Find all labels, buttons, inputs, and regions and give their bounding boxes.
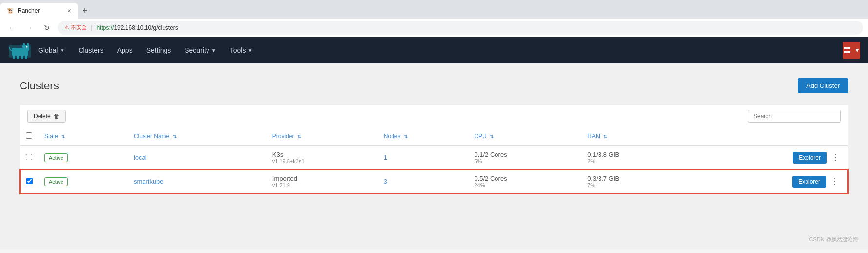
row-ram: 0.1/3.8 GiB 2% [581,146,692,169]
provider-version: v1.19.8+k3s1 [272,158,372,164]
header-actions [692,127,848,146]
header-cluster-name[interactable]: Cluster Name ⇅ [128,127,267,146]
ram-pct: 2% [587,158,686,164]
nav-clusters[interactable]: Clusters [72,43,109,57]
header-ram[interactable]: RAM ⇅ [581,127,692,146]
rancher-logo-icon [8,41,32,60]
table-header-row: State ⇅ Cluster Name ⇅ Provider ⇅ Nodes … [20,127,848,146]
nav-tools[interactable]: Tools ▼ [224,43,259,57]
svg-rect-2 [22,45,29,51]
svg-rect-12 [844,51,847,53]
nav-apps[interactable]: Apps [111,43,139,57]
tools-chevron-icon: ▼ [248,48,252,53]
table-row: Active smartkube Imported v1.21.9 3 0.5/… [20,169,848,193]
main-content: Clusters Add Cluster Delete 🗑 State ⇅ [0,63,868,249]
cluster-name-link[interactable]: local [134,154,147,161]
svg-rect-9 [25,55,27,59]
clusters-table: State ⇅ Cluster Name ⇅ Provider ⇅ Nodes … [20,127,848,194]
new-tab-button[interactable]: + [78,4,92,18]
header-cpu[interactable]: CPU ⇅ [468,127,581,146]
nav-security[interactable]: Security ▼ [179,43,222,57]
header-checkbox-col [20,127,39,146]
url-text: https://192.168.10.10/g/clusters [96,24,178,31]
page-header: Clusters Add Cluster [20,78,848,93]
table-row: Active local K3s v1.19.8+k3s1 1 0.1/2 Co… [20,146,848,169]
header-provider[interactable]: Provider ⇅ [267,127,378,146]
svg-rect-11 [847,47,850,49]
nodes-link[interactable]: 1 [384,154,387,161]
svg-rect-6 [13,55,15,59]
provider-name: Imported [272,175,372,182]
ram-usage: 0.3/3.7 GiB [587,175,686,182]
row-checkbox[interactable] [26,154,32,160]
select-all-checkbox[interactable] [26,132,32,139]
row-checkbox[interactable] [26,178,33,184]
tab-favicon: 🐮 [7,7,14,14]
svg-rect-8 [21,55,23,59]
state-badge: Active [44,177,68,186]
reload-button[interactable]: ↻ [40,21,54,35]
header-nodes[interactable]: Nodes ⇅ [378,127,469,146]
delete-button[interactable]: Delete 🗑 [27,110,66,123]
svg-point-5 [26,46,28,48]
table-toolbar: Delete 🗑 [20,105,848,127]
address-bar[interactable]: ⚠ 不安全 | https://192.168.10.10/g/clusters [58,21,863,35]
provider-sort-icon: ⇅ [297,134,301,139]
state-sort-icon: ⇅ [61,134,65,139]
row-provider: K3s v1.19.8+k3s1 [267,146,378,169]
cpu-usage: 0.5/2 Cores [474,175,576,182]
table-area: Delete 🗑 State ⇅ Cluster Name ⇅ [20,105,848,194]
security-chevron-icon: ▼ [211,48,216,53]
row-cpu: 0.1/2 Cores 5% [468,146,581,169]
explorer-button[interactable]: Explorer [792,176,826,188]
browser-tab[interactable]: 🐮 Rancher × [0,3,78,19]
nav-global[interactable]: Global ▼ [32,43,70,57]
row-checkbox-cell [20,169,39,193]
row-actions: Explorer ⋮ [692,169,848,193]
tab-title: Rancher [18,7,63,14]
row-nodes: 3 [378,169,469,193]
state-badge: Active [44,153,68,162]
add-cluster-button[interactable]: Add Cluster [798,78,848,93]
ram-pct: 7% [587,182,686,188]
svg-rect-7 [17,55,19,59]
cpu-pct: 24% [474,182,576,188]
cpu-pct: 5% [474,158,576,164]
row-cluster-name: local [128,146,267,169]
security-warning: ⚠ 不安全 [64,24,87,31]
back-button[interactable]: ← [5,21,19,35]
header-state[interactable]: State ⇅ [39,127,128,146]
app-logo [8,41,32,60]
clustername-sort-icon: ⇅ [173,134,177,139]
cluster-name-link[interactable]: smartkube [134,178,164,185]
row-state: Active [39,169,128,193]
nav-items: Global ▼ Clusters Apps Settings Security… [32,43,843,57]
nav-settings[interactable]: Settings [141,43,177,57]
row-ram: 0.3/3.7 GiB 7% [581,169,692,193]
row-cluster-name: smartkube [128,169,267,193]
row-nodes: 1 [378,146,469,169]
nodes-link[interactable]: 3 [384,178,387,185]
avatar-chevron-icon: ▼ [854,47,860,54]
row-state: Active [39,146,128,169]
user-avatar-button[interactable]: ▼ [843,42,860,59]
page-title: Clusters [20,80,59,92]
nodes-sort-icon: ⇅ [404,134,408,139]
search-input[interactable] [748,110,841,123]
tab-close-button[interactable]: × [67,7,71,15]
row-actions: Explorer ⋮ [692,146,848,169]
forward-button[interactable]: → [22,21,36,35]
nav-right: ▼ [843,42,860,59]
ram-sort-icon: ⇅ [603,134,607,139]
trash-icon: 🗑 [54,113,60,120]
app-navbar: Global ▼ Clusters Apps Settings Security… [0,37,868,63]
explorer-button[interactable]: Explorer [793,152,827,164]
svg-rect-10 [844,47,847,49]
watermark: CSDN @飘然渡沧海 [809,236,858,243]
row-provider: Imported v1.21.9 [267,169,378,193]
provider-name: K3s [272,151,372,158]
svg-rect-4 [27,43,29,46]
more-actions-button[interactable]: ⋮ [828,151,842,164]
more-actions-button[interactable]: ⋮ [828,175,842,188]
ram-usage: 0.1/3.8 GiB [587,151,686,158]
